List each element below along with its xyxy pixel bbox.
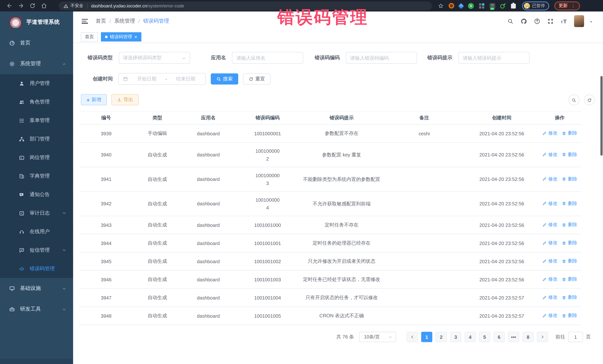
cell-remark — [383, 270, 465, 288]
refresh-table-button[interactable] — [584, 94, 595, 105]
browser-back-icon[interactable] — [6, 3, 13, 9]
close-tab-icon[interactable]: × — [134, 34, 137, 39]
extension-gem-icon[interactable] — [458, 3, 464, 9]
sidebar-item-首页[interactable]: 首页 — [0, 33, 73, 53]
sidebar-item-错误码管理[interactable]: 错误码管理 — [0, 259, 73, 278]
delete-link[interactable]: 删除 — [562, 258, 577, 265]
breadcrumb-item[interactable]: 错误码管理 — [143, 18, 169, 24]
sidebar-item-系统管理[interactable]: 系统管理 — [0, 53, 73, 74]
extension-on-badge-icon[interactable] — [489, 3, 495, 9]
breadcrumb-item[interactable]: 系统管理 — [114, 18, 135, 24]
delete-link[interactable]: 删除 — [562, 200, 577, 207]
app-logo-row[interactable]: 芋道管理系统 — [0, 11, 73, 33]
export-button[interactable]: 导出 — [111, 94, 139, 105]
user-avatar[interactable] — [574, 15, 584, 27]
sidebar-item-短信管理[interactable]: 短信管理 — [0, 241, 73, 259]
delete-link[interactable]: 删除 — [562, 130, 577, 137]
delete-link[interactable]: 删除 — [562, 313, 577, 319]
date-separator: - — [165, 76, 167, 82]
page-button-8[interactable]: 8 — [522, 332, 533, 342]
page-button-2[interactable]: 2 — [436, 332, 447, 342]
extension-orange-icon[interactable] — [449, 3, 454, 9]
browser-profile-chip[interactable]: 已暂停 — [522, 1, 549, 10]
collapse-sidebar-icon[interactable] — [82, 19, 88, 23]
more-pages-button[interactable]: ••• — [508, 332, 519, 342]
goto-page-input[interactable] — [568, 332, 583, 342]
app-name-input[interactable] — [232, 52, 303, 64]
cell-id: 3942 — [79, 191, 133, 216]
not-secure-label[interactable]: 不安全 — [70, 3, 83, 9]
browser-forward-icon[interactable] — [18, 3, 24, 9]
show-search-toggle-button[interactable] — [568, 94, 579, 105]
edit-link[interactable]: 修改 — [542, 295, 557, 301]
cell-error-hint: 定时任务不存在 — [300, 216, 383, 234]
sidebar-item-研发工具[interactable]: 研发工具 — [0, 299, 73, 320]
sidebar-item-菜单管理[interactable]: 菜单管理 — [0, 111, 73, 130]
edit-link[interactable]: 修改 — [542, 258, 557, 265]
extension-green-icon[interactable]: V — [468, 3, 474, 9]
page-button-6[interactable]: 6 — [494, 332, 505, 342]
edit-link[interactable]: 修改 — [542, 130, 557, 137]
sidebar-item-字典管理[interactable]: 字典管理 — [0, 167, 73, 185]
breadcrumb-item[interactable]: 首页 — [96, 18, 106, 24]
edit-link[interactable]: 修改 — [542, 276, 557, 283]
sidebar-item-基础设施[interactable]: 基础设施 — [0, 278, 73, 299]
browser-menu-kebab-icon[interactable]: ⋮ — [571, 3, 575, 8]
edit-link[interactable]: 修改 — [542, 222, 557, 228]
next-page-button[interactable] — [537, 332, 548, 342]
bookmark-star-icon[interactable] — [438, 3, 444, 9]
browser-home-icon[interactable] — [41, 3, 47, 9]
page-button-4[interactable]: 4 — [464, 332, 476, 342]
sidebar-item-岗位管理[interactable]: 岗位管理 — [0, 148, 73, 167]
url-host[interactable]: dashboard.yudao.iocoder.cn — [91, 3, 147, 8]
error-type-select[interactable]: 请选择错误码类型 — [118, 52, 190, 64]
sidebar-item-部门管理[interactable]: 部门管理 — [0, 130, 73, 148]
edit-link[interactable]: 修改 — [542, 240, 557, 246]
sidebar-item-角色管理[interactable]: 角色管理 — [0, 93, 73, 111]
delete-link[interactable]: 删除 — [562, 276, 577, 283]
sidebar-item-通知公告[interactable]: 通知公告 — [0, 185, 73, 204]
address-bar[interactable]: 不安全 dashboard.yudao.iocoder.cn/system/er… — [59, 1, 432, 10]
sidebar-item-用户管理[interactable]: 用户管理 — [0, 74, 73, 93]
avatar-caret-down-icon[interactable] — [589, 19, 593, 23]
font-size-icon[interactable]: TT — [561, 18, 567, 24]
delete-link[interactable]: 删除 — [562, 240, 577, 246]
sidebar-item-在线用户[interactable]: 在线用户 — [0, 222, 73, 241]
github-icon[interactable] — [521, 18, 527, 24]
page-button-3[interactable]: 3 — [450, 332, 461, 342]
scrollbar-thumb[interactable] — [600, 76, 603, 156]
date-range-picker[interactable]: 开始日期 - 结束日期 — [118, 73, 206, 85]
extensions-puzzle-icon[interactable] — [511, 4, 516, 9]
url-path[interactable]: /system/error-code — [147, 3, 184, 8]
browser-reload-icon[interactable] — [29, 3, 36, 9]
edit-link[interactable]: 修改 — [542, 176, 557, 182]
tab-首页[interactable]: 首页 — [81, 32, 98, 41]
search-button[interactable]: 搜索 — [211, 73, 238, 85]
delete-link[interactable]: 删除 — [562, 295, 577, 301]
pencil-icon — [542, 259, 547, 264]
search-icon[interactable] — [508, 18, 514, 24]
fullscreen-icon[interactable] — [547, 18, 554, 24]
error-hint-input[interactable] — [458, 52, 530, 64]
prev-page-button[interactable] — [407, 332, 418, 342]
reset-button[interactable]: 重置 — [243, 73, 270, 85]
delete-link[interactable]: 删除 — [562, 176, 577, 182]
browser-update-button[interactable]: 更新 ⋮ — [554, 1, 580, 10]
extension-grid-icon[interactable] — [479, 3, 485, 9]
delete-link[interactable]: 删除 — [562, 222, 577, 228]
edit-link[interactable]: 修改 — [542, 200, 557, 207]
error-code-input[interactable] — [346, 52, 417, 64]
page-button-5[interactable]: 5 — [479, 332, 490, 342]
page-size-select[interactable]: 10条/页 — [359, 332, 396, 342]
delete-link[interactable]: 删除 — [562, 152, 577, 158]
download-icon — [117, 97, 122, 102]
sidebar-item-审计日志[interactable]: 审计日志 — [0, 204, 73, 222]
page-button-1[interactable]: 1 — [421, 332, 432, 342]
cell-remark: ceshi — [383, 124, 465, 143]
help-icon[interactable] — [534, 18, 541, 24]
add-button[interactable]: + 新增 — [81, 94, 107, 105]
extension-key-icon[interactable] — [500, 3, 506, 9]
edit-link[interactable]: 修改 — [542, 152, 557, 158]
tab-错误码管理[interactable]: 错误码管理 × — [101, 32, 141, 41]
edit-link[interactable]: 修改 — [542, 313, 557, 319]
